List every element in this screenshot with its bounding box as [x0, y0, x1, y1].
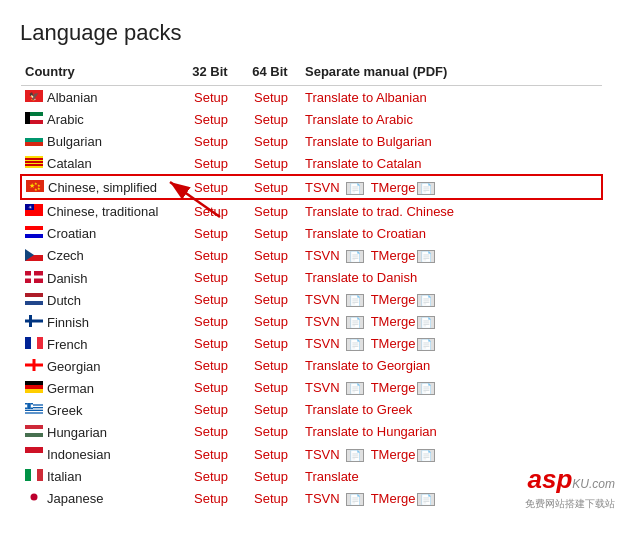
setup32-link[interactable]: Setup: [194, 156, 228, 171]
setup32-link[interactable]: Setup: [194, 180, 228, 195]
setup64-cell[interactable]: Setup: [241, 222, 301, 244]
tsvn-link[interactable]: TSVN: [305, 292, 340, 307]
setup64-link[interactable]: Setup: [254, 112, 288, 127]
manual-cell[interactable]: Translate to Georgian: [301, 355, 602, 377]
setup64-cell[interactable]: Setup: [241, 443, 301, 465]
setup32-cell[interactable]: Setup: [181, 443, 241, 465]
setup32-cell[interactable]: Setup: [181, 421, 241, 443]
translate-link[interactable]: Translate to Georgian: [305, 358, 430, 373]
setup64-link[interactable]: Setup: [254, 314, 288, 329]
manual-cell[interactable]: TSVN📄 TMerge📄: [301, 443, 602, 465]
setup64-link[interactable]: Setup: [254, 402, 288, 417]
setup32-cell[interactable]: Setup: [181, 108, 241, 130]
setup32-link[interactable]: Setup: [194, 447, 228, 462]
setup32-link[interactable]: Setup: [194, 112, 228, 127]
manual-cell[interactable]: TSVN📄 TMerge📄: [301, 289, 602, 311]
setup64-link[interactable]: Setup: [254, 134, 288, 149]
setup64-cell[interactable]: Setup: [241, 86, 301, 109]
setup32-cell[interactable]: Setup: [181, 355, 241, 377]
translate-link[interactable]: Translate to Albanian: [305, 90, 427, 105]
manual-cell[interactable]: TSVN📄 TMerge📄: [301, 333, 602, 355]
setup64-link[interactable]: Setup: [254, 204, 288, 219]
setup64-cell[interactable]: Setup: [241, 130, 301, 152]
setup32-cell[interactable]: Setup: [181, 465, 241, 487]
setup64-cell[interactable]: Setup: [241, 421, 301, 443]
setup64-link[interactable]: Setup: [254, 380, 288, 395]
setup32-link[interactable]: Setup: [194, 292, 228, 307]
manual-cell[interactable]: Translate to Catalan: [301, 152, 602, 175]
setup64-cell[interactable]: Setup: [241, 199, 301, 222]
tsvn-link[interactable]: TSVN: [305, 314, 340, 329]
setup64-link[interactable]: Setup: [254, 226, 288, 241]
manual-cell[interactable]: TSVN📄 TMerge📄: [301, 244, 602, 266]
tmerge-link[interactable]: TMerge: [371, 314, 416, 329]
manual-cell[interactable]: Translate to Arabic: [301, 108, 602, 130]
manual-cell[interactable]: Translate to Albanian: [301, 86, 602, 109]
setup32-cell[interactable]: Setup: [181, 267, 241, 289]
setup32-cell[interactable]: Setup: [181, 289, 241, 311]
setup32-link[interactable]: Setup: [194, 134, 228, 149]
setup64-cell[interactable]: Setup: [241, 333, 301, 355]
manual-cell[interactable]: TSVN📄 TMerge📄: [301, 311, 602, 333]
setup32-link[interactable]: Setup: [194, 314, 228, 329]
setup32-cell[interactable]: Setup: [181, 199, 241, 222]
tmerge-link[interactable]: TMerge: [371, 491, 416, 506]
setup32-cell[interactable]: Setup: [181, 377, 241, 399]
setup32-link[interactable]: Setup: [194, 204, 228, 219]
translate-link[interactable]: Translate: [305, 469, 359, 484]
manual-cell[interactable]: Translate to Croatian: [301, 222, 602, 244]
setup64-cell[interactable]: Setup: [241, 487, 301, 509]
tsvn-link[interactable]: TSVN: [305, 491, 340, 506]
setup64-cell[interactable]: Setup: [241, 311, 301, 333]
setup64-link[interactable]: Setup: [254, 424, 288, 439]
setup32-link[interactable]: Setup: [194, 90, 228, 105]
setup32-cell[interactable]: Setup: [181, 333, 241, 355]
setup64-cell[interactable]: Setup: [241, 377, 301, 399]
setup64-cell[interactable]: Setup: [241, 465, 301, 487]
setup64-link[interactable]: Setup: [254, 469, 288, 484]
setup64-link[interactable]: Setup: [254, 491, 288, 506]
setup64-cell[interactable]: Setup: [241, 355, 301, 377]
setup32-link[interactable]: Setup: [194, 226, 228, 241]
setup64-link[interactable]: Setup: [254, 358, 288, 373]
manual-cell[interactable]: Translate to trad. Chinese: [301, 199, 602, 222]
tmerge-link[interactable]: TMerge: [371, 180, 416, 195]
setup32-link[interactable]: Setup: [194, 469, 228, 484]
setup32-cell[interactable]: Setup: [181, 130, 241, 152]
tsvn-link[interactable]: TSVN: [305, 447, 340, 462]
setup64-link[interactable]: Setup: [254, 180, 288, 195]
setup64-cell[interactable]: Setup: [241, 289, 301, 311]
manual-cell[interactable]: Translate to Hungarian: [301, 421, 602, 443]
tsvn-link[interactable]: TSVN: [305, 180, 340, 195]
setup64-cell[interactable]: Setup: [241, 267, 301, 289]
setup32-link[interactable]: Setup: [194, 424, 228, 439]
translate-link[interactable]: Translate to Hungarian: [305, 424, 437, 439]
setup64-cell[interactable]: Setup: [241, 152, 301, 175]
setup32-link[interactable]: Setup: [194, 248, 228, 263]
setup32-cell[interactable]: Setup: [181, 175, 241, 199]
manual-cell[interactable]: Translate: [301, 465, 602, 487]
setup32-cell[interactable]: Setup: [181, 399, 241, 421]
manual-cell[interactable]: TSVN📄 TMerge📄: [301, 175, 602, 199]
tsvn-link[interactable]: TSVN: [305, 248, 340, 263]
tmerge-link[interactable]: TMerge: [371, 292, 416, 307]
setup64-cell[interactable]: Setup: [241, 399, 301, 421]
tsvn-link[interactable]: TSVN: [305, 336, 340, 351]
setup64-cell[interactable]: Setup: [241, 108, 301, 130]
tmerge-link[interactable]: TMerge: [371, 447, 416, 462]
manual-cell[interactable]: Translate to Greek: [301, 399, 602, 421]
setup32-cell[interactable]: Setup: [181, 311, 241, 333]
manual-cell[interactable]: TSVN📄 TMerge📄: [301, 487, 602, 509]
setup64-cell[interactable]: Setup: [241, 175, 301, 199]
setup32-link[interactable]: Setup: [194, 270, 228, 285]
setup32-link[interactable]: Setup: [194, 380, 228, 395]
setup64-cell[interactable]: Setup: [241, 244, 301, 266]
tsvn-link[interactable]: TSVN: [305, 380, 340, 395]
setup32-link[interactable]: Setup: [194, 491, 228, 506]
translate-link[interactable]: Translate to Arabic: [305, 112, 413, 127]
manual-cell[interactable]: Translate to Danish: [301, 267, 602, 289]
translate-link[interactable]: Translate to Croatian: [305, 226, 426, 241]
setup64-link[interactable]: Setup: [254, 248, 288, 263]
setup64-link[interactable]: Setup: [254, 270, 288, 285]
setup32-cell[interactable]: Setup: [181, 244, 241, 266]
